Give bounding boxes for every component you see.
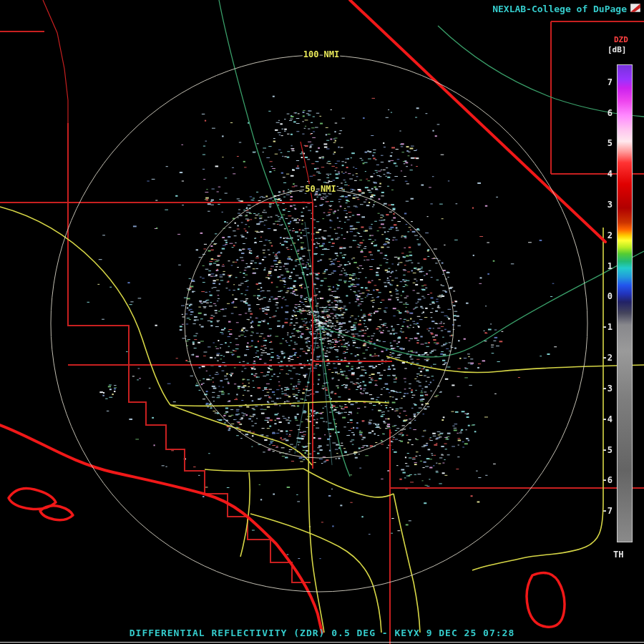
cod-logo-icon: [630, 2, 641, 14]
colorbar-tick-label: -3: [587, 384, 613, 394]
river-line: [219, 0, 316, 323]
colorbar: [617, 64, 633, 542]
colorbar-units-label: [dB]: [608, 45, 627, 54]
radar-site-marker: [316, 321, 322, 326]
status-bar-text: DIFFERENTIAL REFLECTIVITY (ZDR) 0.5 DEG …: [0, 628, 644, 640]
river-line: [438, 26, 644, 117]
highway-line: [394, 494, 420, 633]
range-ring-label-50nmi: 50 NMI: [305, 184, 336, 194]
colorbar-tick-label: -7: [587, 506, 613, 516]
interstate-highways: [0, 0, 605, 633]
highways: [0, 207, 644, 633]
colorbar-tick-label: -5: [587, 445, 613, 455]
colorbar-tick-label: 7: [587, 77, 613, 87]
highway-line: [0, 207, 170, 405]
colorbar-tick-label: -6: [587, 475, 613, 485]
colorbar-tick-label: -1: [587, 322, 613, 332]
highway-line: [170, 405, 312, 465]
colorbar-product-code: DZD: [614, 35, 628, 44]
colorbar-tick-label: 1: [587, 261, 613, 271]
highway-line: [250, 514, 381, 633]
colorbar-threshold-label: TH: [613, 550, 623, 560]
colorbar-tick-label: 6: [587, 108, 613, 118]
header-title: NEXLAB-College of DuPage: [492, 4, 627, 14]
rivers: [219, 0, 644, 477]
colorbar-tick-label: 3: [587, 200, 613, 210]
county-boundaries: [0, 0, 644, 644]
status-divider: [0, 642, 644, 643]
highway-line: [170, 401, 389, 406]
map-overlay: 100 NMI 50 NMI: [0, 0, 644, 644]
radar-spokes: [295, 222, 332, 465]
radar-display: 100 NMI 50 NMI NEXLAB-College of DuPage …: [0, 0, 644, 644]
colorbar-tick-label: 4: [587, 169, 613, 179]
colorbar-tick-label: -2: [587, 353, 613, 363]
colorbar-tick-label: 5: [587, 138, 613, 148]
interstate-southwest: [0, 425, 322, 633]
colorbar-tick-label: -4: [587, 414, 613, 424]
interstate-diagonal: [350, 0, 605, 242]
highway-line: [205, 469, 303, 471]
colorbar-tick-label: 0: [587, 291, 613, 301]
colorbar-tick-label: 2: [587, 230, 613, 240]
range-ring-label-100nmi: 100 NMI: [303, 49, 340, 59]
